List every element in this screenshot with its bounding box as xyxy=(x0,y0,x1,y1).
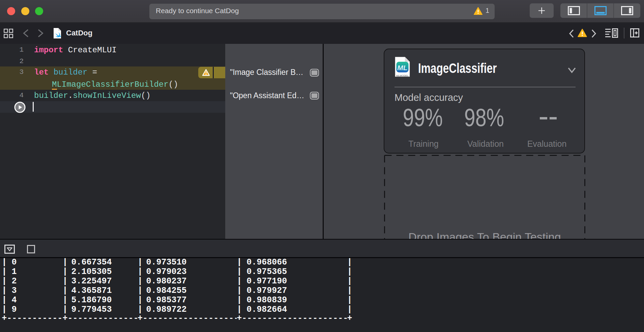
svg-text:MLMODEL: MLMODEL xyxy=(396,74,409,77)
svg-text:ML: ML xyxy=(397,64,407,72)
